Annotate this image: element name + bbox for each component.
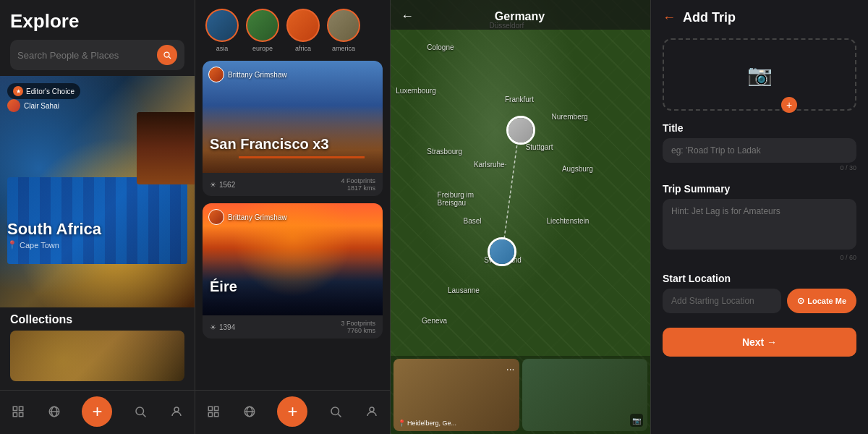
location-placeholder: Add Starting Location xyxy=(671,296,754,306)
thumb-1-location-text: Heidelberg, Ge... xyxy=(407,420,456,427)
story-avatar-europe xyxy=(246,9,279,42)
card-1-meta: 4 Footprints 1817 kms xyxy=(341,177,375,192)
explore-image-area: ★ Editor's Choice Clair Sahai South Afri… xyxy=(0,76,195,390)
photo-upload-badge: + xyxy=(781,97,797,113)
author-name: Clair Sahai xyxy=(24,102,59,110)
card-2-author-row: Brittany Grimshaw xyxy=(208,209,287,225)
locate-me-label: Locate Me xyxy=(807,297,846,305)
start-location-section: Start Location Add Starting Location ⊙ L… xyxy=(651,267,868,319)
feed-card-2[interactable]: Brittany Grimshaw Éire ☀ 1394 3 Footprin… xyxy=(203,203,383,339)
map-thumb-2[interactable]: 📷 xyxy=(522,359,648,431)
story-avatar-america xyxy=(327,9,360,42)
explore-header: Explore xyxy=(0,0,195,76)
card-2-likes: ☀ 1394 xyxy=(210,323,235,331)
story-label-america: america xyxy=(332,45,355,52)
card-1-author-row: Brittany Grimshaw xyxy=(208,67,287,82)
location-pin-icon: 📍 xyxy=(7,240,17,250)
camera-icon: 📷 xyxy=(747,63,773,87)
story-item-europe[interactable]: europe xyxy=(246,9,279,52)
map-thumb-1[interactable]: ··· 📍 Heidelberg, Ge... xyxy=(393,359,519,431)
start-location-row: Add Starting Location ⊙ Locate Me xyxy=(663,289,856,313)
add-trip-header: ← Add Trip xyxy=(651,0,868,33)
secondary-card xyxy=(137,112,195,184)
svg-rect-13 xyxy=(214,407,218,410)
svg-rect-5 xyxy=(19,413,22,417)
editor-badge-text: Editor's Choice xyxy=(26,88,75,95)
feed-card-2-image: Brittany Grimshaw Éire xyxy=(203,203,383,315)
card-2-author-avatar xyxy=(208,209,224,225)
author-avatar xyxy=(7,99,20,112)
editor-star-icon: ★ xyxy=(13,86,23,96)
map-header: ← Germany xyxy=(391,0,650,30)
title-input[interactable] xyxy=(663,138,856,163)
title-field-label: Title xyxy=(663,122,856,134)
sun-icon: ☀ xyxy=(210,181,216,189)
story-label-africa: africa xyxy=(295,45,311,52)
feed-nav-grid-icon[interactable] xyxy=(205,404,221,420)
photo-upload-area[interactable]: 📷 + xyxy=(663,38,856,111)
card-2-distance: 7760 kms xyxy=(341,327,375,334)
card-2-footprints: 3 Footprints xyxy=(341,320,375,327)
add-trip-back-button[interactable]: ← xyxy=(663,10,676,25)
author-row: Clair Sahai xyxy=(7,99,59,112)
map-pin-2 xyxy=(488,237,516,266)
card-2-footer: ☀ 1394 3 Footprints 7760 kms xyxy=(203,315,383,339)
feed-nav-search-icon[interactable] xyxy=(328,404,344,420)
locate-me-button[interactable]: ⊙ Locate Me xyxy=(787,289,856,313)
search-bar[interactable] xyxy=(10,40,184,70)
card-2-likes-count: 1394 xyxy=(219,323,235,331)
svg-rect-12 xyxy=(208,407,212,410)
collections-title: Collections xyxy=(10,313,184,326)
story-item-africa[interactable]: africa xyxy=(286,9,320,52)
card-1-footer: ☀ 1562 4 Footprints 1817 kms xyxy=(203,173,383,196)
svg-line-10 xyxy=(143,414,146,417)
feed-panel: asia europe africa america Brittany Grim… xyxy=(195,0,391,434)
summary-field-label: Trip Summary xyxy=(663,183,856,195)
title-counter: 0 / 30 xyxy=(663,164,856,171)
search-button[interactable] xyxy=(157,45,177,65)
explore-panel: Explore ★ Editor's Choice Clair Sahai xyxy=(0,0,195,434)
card-1-footprints: 4 Footprints xyxy=(341,177,375,184)
summary-section: Trip Summary 0 / 60 xyxy=(651,177,868,267)
next-button[interactable]: Next → xyxy=(663,328,856,357)
svg-point-21 xyxy=(370,407,374,412)
svg-point-11 xyxy=(174,407,179,412)
card-1-author-name: Brittany Grimshaw xyxy=(228,71,287,79)
nav-person-icon[interactable] xyxy=(169,404,184,420)
feed-nav-person-icon[interactable] xyxy=(364,404,380,420)
summary-textarea[interactable] xyxy=(663,199,856,250)
nav-globe-icon[interactable] xyxy=(46,404,62,420)
collections-preview[interactable] xyxy=(10,331,184,381)
explore-title: Explore xyxy=(10,10,184,33)
location-input-box[interactable]: Add Starting Location xyxy=(663,289,781,313)
story-item-america[interactable]: america xyxy=(327,9,360,52)
feed-nav-globe-icon[interactable] xyxy=(242,404,258,420)
card-2-author-name: Brittany Grimshaw xyxy=(228,213,287,221)
nav-search-icon[interactable] xyxy=(132,404,148,420)
story-avatar-africa xyxy=(286,9,320,42)
title-section: Title 0 / 30 xyxy=(651,116,868,177)
story-item-asia[interactable]: asia xyxy=(205,9,239,52)
thumb-dots-icon: ··· xyxy=(506,363,515,375)
sun-icon-2: ☀ xyxy=(210,323,216,331)
feed-nav-add-button[interactable]: + xyxy=(277,396,307,427)
nav-grid-icon[interactable] xyxy=(10,404,26,420)
feed-card-1-image: Brittany Grimshaw San Francisco x3 xyxy=(203,61,383,173)
nav-add-button[interactable]: + xyxy=(82,396,112,427)
svg-rect-3 xyxy=(19,407,22,410)
svg-point-9 xyxy=(136,407,144,415)
card-1-title: San Francisco x3 xyxy=(210,136,329,153)
feed-card-1[interactable]: Brittany Grimshaw San Francisco x3 ☀ 156… xyxy=(203,61,383,196)
map-pin-1 xyxy=(506,116,535,145)
map-back-button[interactable]: ← xyxy=(401,9,414,24)
main-card-subtitle: 📍 Cape Town xyxy=(7,240,101,250)
card-1-distance: 1817 kms xyxy=(341,184,375,192)
search-input[interactable] xyxy=(17,50,153,61)
svg-line-1 xyxy=(169,56,171,59)
main-card-image[interactable]: ★ Editor's Choice Clair Sahai South Afri… xyxy=(0,76,195,307)
add-trip-title: Add Trip xyxy=(683,10,736,25)
svg-rect-14 xyxy=(208,413,212,417)
card-1-author-avatar xyxy=(208,67,224,82)
svg-point-0 xyxy=(164,52,169,57)
feed-bottom-nav: + xyxy=(195,390,390,434)
